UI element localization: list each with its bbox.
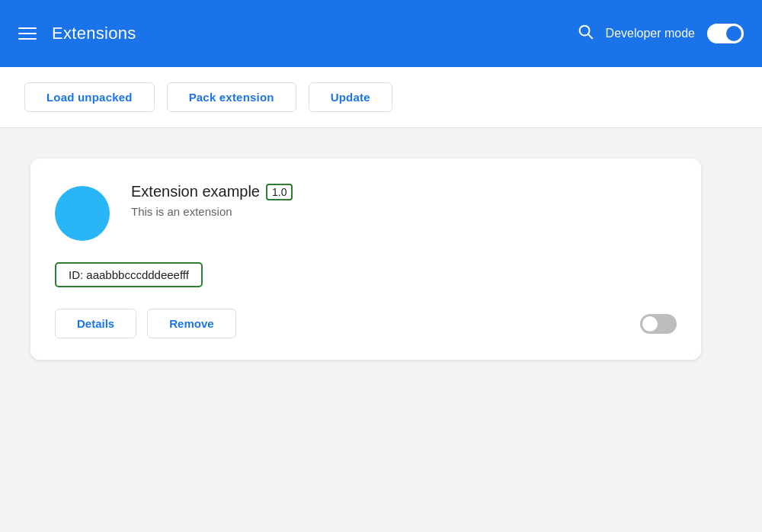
details-button[interactable]: Details <box>55 309 136 338</box>
extension-card: Extension example 1.0 This is an extensi… <box>30 159 701 360</box>
extension-id: ID: aaabbbcccdddeeefff <box>55 262 203 287</box>
extension-card-bottom: Details Remove <box>55 309 677 338</box>
extension-version-badge: 1.0 <box>266 184 293 200</box>
main-content: Extension example 1.0 This is an extensi… <box>0 128 762 532</box>
toolbar: Load unpacked Pack extension Update <box>0 67 762 128</box>
search-icon[interactable] <box>577 23 594 44</box>
header-left: Extensions <box>18 24 136 43</box>
extension-info: Extension example 1.0 This is an extensi… <box>131 183 677 239</box>
extension-name: Extension example <box>131 183 260 200</box>
pack-extension-button[interactable]: Pack extension <box>167 82 296 112</box>
developer-mode-label: Developer mode <box>606 27 695 40</box>
extension-icon <box>55 186 110 241</box>
app-header: Extensions Developer mode <box>0 0 762 67</box>
extension-description: This is an extension <box>131 205 677 218</box>
extension-enable-toggle[interactable] <box>640 314 677 334</box>
developer-mode-toggle[interactable] <box>707 24 744 43</box>
update-button[interactable]: Update <box>309 82 392 112</box>
extension-card-top: Extension example 1.0 This is an extensi… <box>55 183 677 241</box>
svg-line-1 <box>588 34 592 38</box>
menu-icon[interactable] <box>18 27 37 40</box>
extension-name-row: Extension example 1.0 <box>131 183 677 200</box>
load-unpacked-button[interactable]: Load unpacked <box>24 82 155 112</box>
page-title: Extensions <box>52 24 136 43</box>
remove-button[interactable]: Remove <box>147 309 235 338</box>
extension-card-buttons: Details Remove <box>55 309 236 338</box>
header-right: Developer mode <box>577 23 744 44</box>
